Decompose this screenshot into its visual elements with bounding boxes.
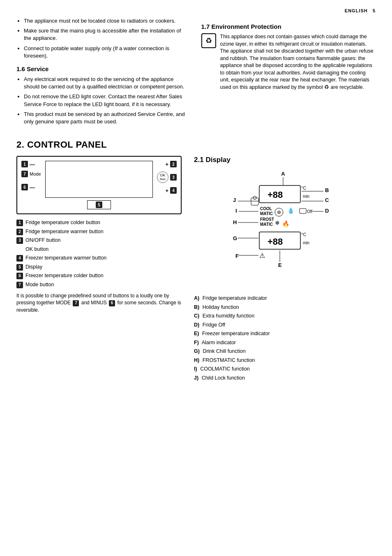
svg-text:Off: Off: [307, 209, 312, 214]
svg-text:⊛: ⊛: [277, 209, 281, 215]
panel-legend: 1 Fridge temperature colder button 2 Fri…: [16, 219, 182, 288]
badge-3: 3: [170, 174, 177, 181]
bullet-2: Make sure that the mains plug is accessi…: [24, 27, 189, 42]
service-bullet-2: Do not remove the LED light cover. Conta…: [24, 93, 189, 108]
svg-text:°C: °C: [301, 185, 306, 190]
service-bullet-3: This product must be serviced by an auth…: [24, 111, 189, 125]
legend-item-4: 4 Freezer temperature warmer button: [16, 255, 182, 262]
language-label: ENGLISH: [345, 8, 368, 13]
svg-text:D: D: [325, 208, 329, 214]
svg-text:I: I: [235, 208, 237, 214]
svg-text:+88: +88: [267, 190, 283, 200]
recycle-icon: ♻: [201, 33, 216, 48]
svg-text:MATIC: MATIC: [260, 222, 273, 227]
bullet-3: Connect to potable water supply only (If…: [24, 45, 189, 60]
mode-note: It is possible to change predefined soun…: [16, 292, 182, 314]
svg-text:⚠: ⚠: [259, 252, 265, 259]
section-2-1-heading: 2.1 Display: [194, 156, 374, 164]
panel-right: 2.1 Display A +88 °C B min: [194, 156, 374, 387]
display-legend-I: I) COOLMATIC function: [194, 366, 374, 373]
left-column: The appliance must not be located close …: [16, 17, 189, 130]
display-diagram: A +88 °C B min C J: [226, 168, 341, 292]
svg-text:MATIC: MATIC: [260, 211, 273, 216]
badge-1: 1: [21, 161, 28, 167]
display-legend-H: H) FROSTMATIC function: [194, 357, 374, 364]
top-section: The appliance must not be located close …: [16, 17, 376, 130]
control-panel-grid: 1 — 7 Mode 6 —: [16, 156, 376, 387]
svg-text:COOL: COOL: [260, 206, 272, 211]
page-header: ENGLISH 5: [16, 8, 376, 13]
legend-item-2: 2 Fridge temperature warmer button: [16, 228, 182, 236]
svg-text:C: C: [325, 197, 329, 203]
page-number: 5: [373, 8, 376, 13]
svg-text:A: A: [281, 171, 285, 177]
display-legend-G: G) Drink Chill function: [194, 348, 374, 355]
right-column: 1.7 Environment Protection ♻ This applia…: [201, 17, 374, 130]
badge-4: 4: [170, 187, 177, 194]
svg-rect-12: [251, 198, 258, 205]
legend-item-3: 3 ON/OFF button: [16, 237, 182, 244]
svg-text:💧: 💧: [287, 207, 295, 214]
bullet-1: The appliance must not be located close …: [24, 17, 189, 25]
display-legend-B: B) Holiday function: [194, 304, 374, 311]
svg-text:min: min: [303, 241, 309, 245]
legend-item-ok: OK button: [16, 246, 182, 253]
legend-item-6: 6 Freezer temperature colder button: [16, 272, 182, 280]
display-legend-D: D) Fridge Off: [194, 322, 374, 329]
environment-box: ♻ This appliance does not contain gasses…: [201, 33, 374, 91]
svg-text:F: F: [235, 253, 239, 259]
badge-2: 2: [170, 161, 177, 167]
svg-text:G: G: [233, 235, 237, 241]
environment-text: This appliance does not contain gasses w…: [220, 33, 374, 91]
svg-text:H: H: [233, 219, 237, 225]
panel-left: 1 — 7 Mode 6 —: [16, 156, 182, 387]
svg-text:J: J: [233, 197, 236, 203]
badge-7: 7: [21, 171, 28, 177]
svg-text:°C: °C: [301, 232, 306, 237]
display-legend-C: C) Extra humidity function: [194, 313, 374, 320]
svg-text:B: B: [325, 187, 329, 193]
display-legend: A) Fridge temperature indicator B) Holid…: [194, 295, 374, 383]
badge-5-inline: 5: [96, 202, 102, 208]
section-1-7-heading: 1.7 Environment Protection: [201, 23, 374, 30]
legend-item-1: 1 Fridge temperature colder button: [16, 219, 182, 227]
display-legend-F: F) Alarm indicator: [194, 339, 374, 347]
legend-item-7: 7 Mode button: [16, 281, 182, 289]
display-legend-A: A) Fridge temperature indicator: [194, 295, 374, 302]
service-bullet-1: Any electrical work required to do the s…: [24, 76, 189, 90]
service-bullets: Any electrical work required to do the s…: [16, 76, 189, 125]
panel-diagram: 1 — 7 Mode 6 —: [16, 156, 182, 214]
display-legend-J: J) Child Lock function: [194, 375, 374, 382]
legend-item-5: 5 Display: [16, 264, 182, 271]
svg-text:min: min: [303, 194, 309, 199]
display-svg: A +88 °C B min C J: [226, 168, 341, 292]
svg-text:🔥: 🔥: [282, 220, 290, 227]
section-2-heading: 2. CONTROL PANEL: [16, 139, 376, 150]
ok-button: OK 5sec: [157, 171, 168, 183]
display-5-box: 5: [87, 200, 111, 209]
badge-6: 6: [21, 184, 28, 190]
svg-text:FROST: FROST: [260, 217, 274, 222]
svg-rect-24: [300, 208, 306, 213]
section-1-6-heading: 1.6 Service: [16, 65, 189, 72]
display-legend-E: E) Freezer temperature indicator: [194, 330, 374, 338]
svg-text:+88: +88: [267, 236, 283, 247]
control-panel-section: 2. CONTROL PANEL 1 — 7 Mode: [16, 139, 376, 387]
svg-text:❄: ❄: [275, 220, 280, 226]
svg-text:E: E: [278, 262, 282, 268]
intro-bullets: The appliance must not be located close …: [16, 17, 189, 60]
